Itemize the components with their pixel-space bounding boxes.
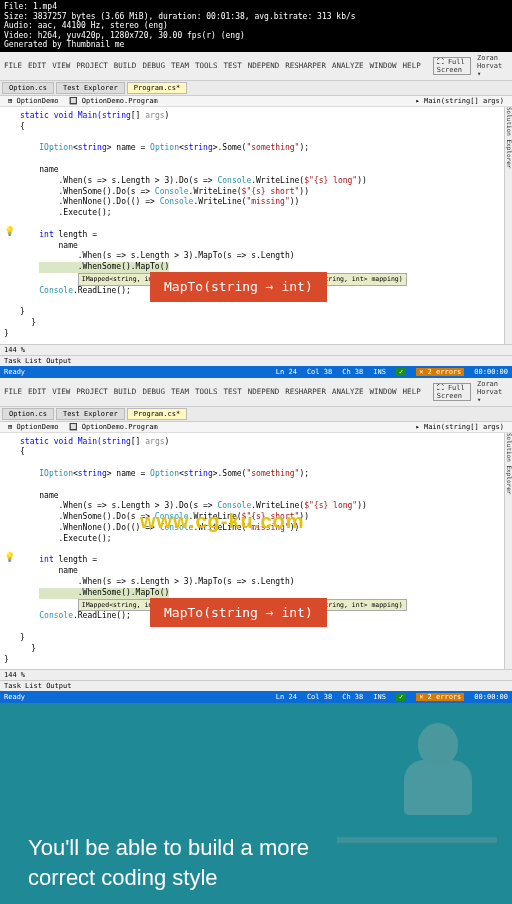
meta-generated: Generated by Thumbnail me bbox=[4, 40, 508, 50]
menu-file[interactable]: FILE bbox=[4, 61, 22, 70]
status-ins: INS bbox=[373, 368, 386, 376]
menu-ndepend[interactable]: NDEPEND bbox=[248, 61, 280, 70]
menu-view[interactable]: VIEW bbox=[52, 61, 70, 70]
vs-panel-bottom: FILE EDIT VIEW PROJECT BUILD DEBUG TEAM … bbox=[0, 378, 512, 704]
lightbulb-icon[interactable]: 💡 bbox=[4, 225, 15, 237]
meta-size: Size: 3837257 bytes (3.66 MiB), duration… bbox=[4, 12, 508, 22]
menu-window[interactable]: WINDOW bbox=[370, 61, 397, 70]
meta-file: File: 1.mp4 bbox=[4, 2, 508, 12]
watermark: www.cg-ku.com bbox=[140, 508, 305, 535]
breadcrumb: ⊞ OptionDemo 🔲 OptionDemo.Program ▸ Main… bbox=[0, 96, 512, 107]
user-menu[interactable]: Zoran Horvat ▾ bbox=[477, 54, 508, 78]
menu-bar: FILE EDIT VIEW PROJECT BUILD DEBUG TEAM … bbox=[0, 52, 512, 81]
status-time: 00:00:00 bbox=[474, 368, 508, 376]
status-ok-icon[interactable]: ✓ bbox=[396, 368, 406, 376]
annotation-overlay-2: MapTo(string → int) bbox=[150, 598, 327, 628]
menu-build[interactable]: BUILD bbox=[114, 61, 137, 70]
tab-option[interactable]: Option.cs bbox=[2, 82, 54, 94]
menu-help[interactable]: HELP bbox=[403, 61, 421, 70]
task-output-bar[interactable]: Task List Output bbox=[0, 355, 512, 366]
menu-debug[interactable]: DEBUG bbox=[142, 61, 165, 70]
tab-program[interactable]: Program.cs* bbox=[127, 82, 187, 94]
promo-heading: You'll be able to build a more correct c… bbox=[28, 833, 309, 892]
code-editor-2[interactable]: 💡 static void Main(string[] args) { IOpt… bbox=[0, 433, 512, 670]
status-ln: Ln 24 bbox=[276, 368, 297, 376]
menu-analyze[interactable]: ANALYZE bbox=[332, 61, 364, 70]
zoom-bar: 144 % bbox=[0, 344, 512, 355]
menu-tools[interactable]: TOOLS bbox=[195, 61, 218, 70]
menu-edit[interactable]: EDIT bbox=[28, 61, 46, 70]
menu-resharper[interactable]: RESHARPER bbox=[285, 61, 326, 70]
document-tabs: Option.cs Test Explorer Program.cs* bbox=[0, 81, 512, 96]
status-errors[interactable]: ✕ 2 errors bbox=[416, 368, 464, 376]
solution-explorer-strip[interactable]: Solution Explorer bbox=[504, 107, 512, 344]
promo-panel: You'll be able to build a more correct c… bbox=[0, 703, 512, 904]
tab-test-explorer[interactable]: Test Explorer bbox=[56, 82, 125, 94]
status-bar: Ready Ln 24 Col 38 Ch 38 INS ✓ ✕ 2 error… bbox=[0, 366, 512, 378]
menu-bar-2: FILE EDIT VIEW PROJECT BUILD DEBUG TEAM … bbox=[0, 378, 512, 407]
person-silhouette bbox=[418, 723, 472, 815]
code-editor[interactable]: 💡 static void Main(string[] args) { IOpt… bbox=[0, 107, 512, 344]
lightbulb-icon[interactable]: 💡 bbox=[4, 551, 15, 563]
video-metadata-header: File: 1.mp4 Size: 3837257 bytes (3.66 Mi… bbox=[0, 0, 512, 52]
menu-project[interactable]: PROJECT bbox=[76, 61, 108, 70]
bc-class[interactable]: 🔲 OptionDemo.Program bbox=[65, 97, 162, 105]
fullscreen-button[interactable]: ⛶ Full Screen bbox=[433, 57, 471, 75]
meta-video: Video: h264, yuv420p, 1280x720, 30.00 fp… bbox=[4, 31, 508, 41]
status-ch: Ch 38 bbox=[342, 368, 363, 376]
menu-team[interactable]: TEAM bbox=[171, 61, 189, 70]
annotation-overlay: MapTo(string → int) bbox=[150, 272, 327, 302]
bc-method[interactable]: ▸ Main(string[] args) bbox=[411, 97, 508, 105]
vs-panel-top: FILE EDIT VIEW PROJECT BUILD DEBUG TEAM … bbox=[0, 52, 512, 378]
desk-silhouette bbox=[337, 837, 497, 843]
status-ready: Ready bbox=[4, 368, 25, 376]
meta-audio: Audio: aac, 44100 Hz, stereo (eng) bbox=[4, 21, 508, 31]
solution-explorer-strip-2[interactable]: Solution Explorer bbox=[504, 433, 512, 670]
bc-project[interactable]: ⊞ OptionDemo bbox=[4, 97, 63, 105]
menu-test[interactable]: TEST bbox=[224, 61, 242, 70]
status-col: Col 38 bbox=[307, 368, 332, 376]
